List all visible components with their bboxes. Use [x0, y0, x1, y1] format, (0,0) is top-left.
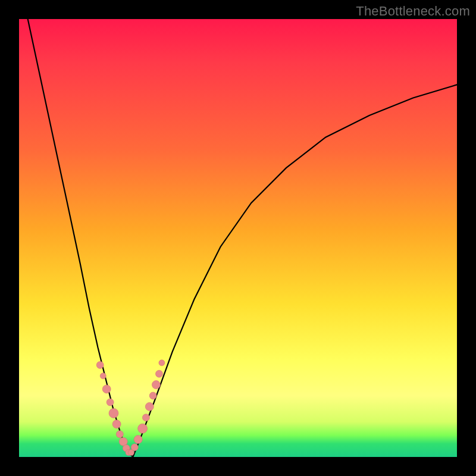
curve-right-branch — [133, 84, 457, 457]
marker-point — [138, 424, 148, 433]
plot-area — [19, 19, 457, 457]
marker-point — [142, 414, 149, 421]
marker-point — [159, 360, 165, 366]
marker-point — [102, 385, 111, 393]
marker-point — [156, 370, 163, 377]
marker-point — [100, 373, 106, 379]
marker-point — [149, 392, 156, 399]
curve-canvas — [19, 19, 457, 457]
marker-point — [116, 431, 123, 438]
marker-point — [107, 399, 114, 406]
curve-left-branch — [28, 19, 133, 457]
marker-point — [112, 420, 121, 428]
chart-frame: TheBottleneck.com — [0, 0, 476, 476]
marker-points — [96, 360, 165, 456]
marker-point — [152, 381, 160, 389]
marker-point — [96, 361, 104, 368]
marker-point — [109, 408, 118, 418]
watermark-text: TheBottleneck.com — [356, 4, 470, 19]
marker-point — [134, 436, 142, 444]
marker-point — [145, 402, 154, 411]
marker-point — [131, 444, 138, 451]
